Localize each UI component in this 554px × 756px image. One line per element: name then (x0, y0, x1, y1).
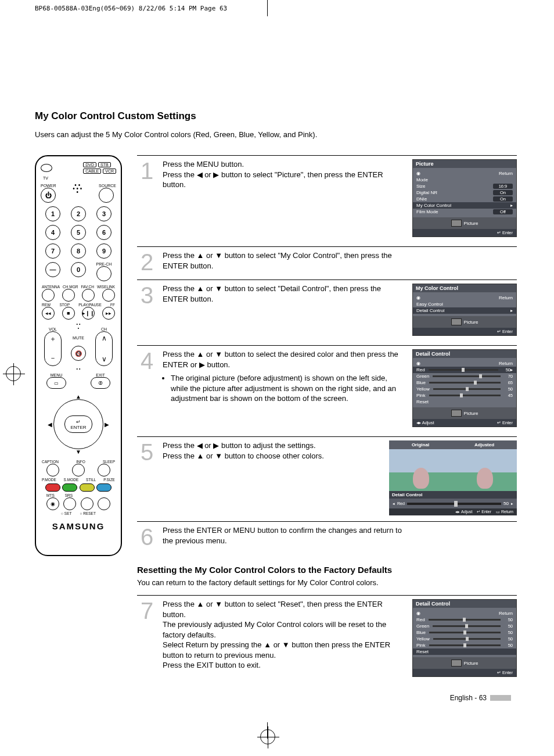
chevron-right-icon: ▸ (510, 203, 513, 208)
subsection-title: Resetting the My Color Control Colors to… (137, 565, 517, 575)
osd-preview: OriginalAdjusted Detail Control ◂Red50▸ … (389, 440, 517, 515)
registration-mark-bottom (260, 729, 275, 744)
num-6: 6 (96, 225, 111, 240)
page-body: My Color Control Custom Settings Users c… (35, 17, 517, 715)
osd-title: Picture (413, 160, 516, 168)
right-arrow-icon: ▶ (105, 421, 109, 428)
power-label: POWER (41, 184, 56, 188)
crop-mark-top (267, 0, 268, 16)
subsection-intro: You can return to the factory default se… (137, 578, 517, 587)
num-5: 5 (71, 225, 86, 240)
exit-label: EXIT (91, 373, 110, 377)
section-intro: Users can adjust the 5 My Color Control … (35, 130, 517, 139)
chevron-right-icon: ▸ (510, 367, 513, 372)
chevron-right-icon: ▸ (510, 308, 513, 313)
footer-bar (490, 695, 511, 701)
num-9: 9 (96, 243, 111, 259)
enter-button: ↵ENTER (64, 415, 92, 433)
transport-labels: REWSTOPPLAY/PAUSEFF (42, 303, 115, 307)
crop-header: BP68-00588A-03Eng(056~069) 8/22/06 5:14 … (35, 5, 227, 12)
menu-button: ▭ (46, 377, 66, 389)
num-0: 0 (71, 262, 86, 277)
chmgr-button (62, 289, 75, 302)
osd-dnr: Digital NR (416, 190, 437, 195)
step-7-text: Press the ▲ or ▼ button to select "Reset… (163, 599, 406, 680)
ff-button: ▸▸ (102, 307, 115, 320)
page-number: English - 63 (450, 694, 487, 702)
step-3-number: 3 (137, 284, 157, 339)
mute-label: MUTE (73, 336, 84, 340)
caption-button (46, 464, 59, 476)
num-2: 2 (71, 206, 86, 221)
info-button (72, 464, 85, 476)
num-4: 4 (45, 225, 60, 240)
section-title: My Color Control Custom Settings (35, 110, 517, 122)
mute-button: 🔇 (71, 346, 86, 361)
step-5-number: 5 (137, 440, 157, 515)
step-2-text: Press the ▲ or ▼ button to select "My Co… (163, 250, 406, 274)
tv-button (41, 164, 52, 172)
osd-return: Return (416, 170, 513, 177)
mts-button: ◉ (46, 497, 59, 510)
channel-rocker: ∧∨ (95, 331, 113, 366)
num-7: 7 (45, 243, 60, 259)
num-1: 1 (45, 206, 60, 221)
stb-label: STB (98, 162, 111, 167)
osd-enter-hint: ↵ Enter (497, 230, 513, 235)
step-1-text: Press the MENU button. Press the ◀ or ▶ … (163, 159, 406, 241)
preview-adjusted-image (453, 449, 517, 491)
step-4-number: 4 (137, 349, 157, 431)
osd-detail-reset-menu: Detail Control Return Red50 Green50 Blue… (412, 599, 517, 677)
volume-rocker: ＋－ (44, 331, 62, 366)
sleep-button (98, 464, 110, 476)
stop-button: ■ (62, 307, 75, 320)
step-4-text: Press the ▲ or ▼ button to select the de… (163, 349, 406, 431)
favch-button (82, 289, 95, 302)
tv-label: TV (43, 176, 116, 180)
step-1-number: 1 (137, 159, 157, 241)
dpad: ▲ ▼ ◀ ▶ ↵ENTER (46, 392, 110, 456)
number-pad: 1 2 3 4 5 6 7 8 9 — 0 PRE-CH (43, 206, 114, 281)
ch-label: CH (95, 327, 113, 331)
step-3-text: Press the ▲ or ▼ button to select "Detai… (163, 284, 406, 339)
osd-mcc-menu: My Color Control Return Easy Control Det… (412, 284, 517, 336)
up-arrow-icon: ▲ (75, 393, 81, 400)
vcr-label: VCR (103, 169, 116, 174)
step-6-number: 6 (137, 525, 157, 549)
power-button: ⏻ (41, 188, 56, 203)
dvd-label: DVD (83, 162, 96, 167)
cable-label: CABLE (83, 169, 101, 174)
play-pause-button: ▸❙❙ (82, 307, 95, 320)
osd-film-val: Off (493, 209, 513, 214)
osd-size: Size (416, 184, 426, 189)
rew-button: ◂◂ (42, 307, 55, 320)
osd-picture-menu: Picture Return Mode Size16:9 Digital NRO… (412, 159, 517, 237)
osd-mcc: My Color Control (416, 203, 451, 208)
wiselink-button (102, 289, 115, 302)
remote-control-illustration: DVDSTB CABLEVCR TV POWER⏻ • •• • •• SOUR… (35, 155, 122, 556)
osd-detail-menu: Detail Control Return Red50▸ Green70 Blu… (412, 349, 517, 427)
prech-label: PRE-CH (96, 262, 112, 266)
step-4-bullet: The original picture (before adjustment)… (171, 373, 406, 404)
extra-button-1 (81, 497, 93, 510)
srs-button (63, 497, 76, 510)
extra-button-2 (98, 497, 110, 510)
osd-size-val: 16:9 (493, 184, 513, 189)
function-row-1-labels: ANTENNACH MGRFAV.CHWISELINK (42, 285, 115, 289)
prech-button (96, 266, 111, 281)
menu-label: MENU (46, 373, 66, 377)
step-6-text: Press the ENTER or MENU button to confir… (163, 525, 406, 549)
source-label: SOURCE (99, 184, 116, 188)
thumb-icon (451, 220, 462, 227)
step-2-number: 2 (137, 250, 157, 274)
antenna-button (42, 289, 55, 302)
brand-logo: SAMSUNG (41, 521, 116, 531)
osd-dnie-val: On (493, 196, 513, 202)
step-5-text: Press the ◀ or ▶ button to adjust the se… (163, 440, 383, 515)
step-7-number: 7 (137, 599, 157, 680)
osd-dnie: DNIe (416, 196, 427, 202)
preview-original-image (389, 449, 453, 491)
osd-film: Film Mode (416, 209, 438, 214)
num-3: 3 (96, 206, 111, 221)
registration-mark-left (6, 366, 21, 381)
